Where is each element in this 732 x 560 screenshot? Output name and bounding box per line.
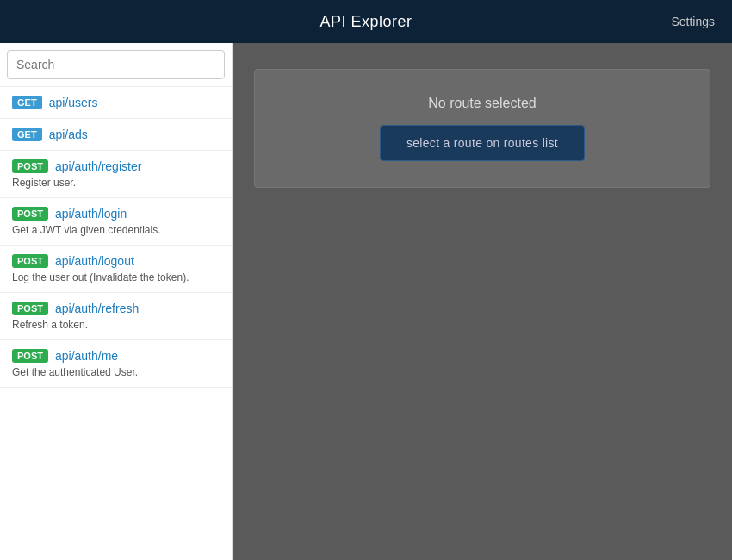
route-description: Log the user out (Invalidate the token). bbox=[12, 271, 220, 283]
route-header: GETapi/ads bbox=[12, 128, 220, 141]
method-badge: POST bbox=[12, 207, 48, 221]
method-badge: GET bbox=[12, 128, 42, 141]
route-item[interactable]: POSTapi/auth/refreshRefresh a token. bbox=[0, 293, 232, 340]
route-item[interactable]: POSTapi/auth/meGet the authenticated Use… bbox=[0, 340, 232, 388]
route-description: Register user. bbox=[12, 177, 220, 189]
sidebar: GETapi/usersGETapi/adsPOSTapi/auth/regis… bbox=[0, 43, 233, 560]
app-header: API Explorer Settings bbox=[0, 0, 732, 43]
method-badge: GET bbox=[12, 96, 42, 109]
route-header: POSTapi/auth/logout bbox=[12, 254, 220, 268]
route-path: api/auth/register bbox=[55, 159, 141, 173]
method-badge: POST bbox=[12, 302, 48, 315]
route-header: POSTapi/auth/register bbox=[12, 159, 220, 173]
settings-link[interactable]: Settings bbox=[671, 15, 715, 28]
route-item[interactable]: GETapi/users bbox=[0, 87, 232, 119]
route-description: Refresh a token. bbox=[12, 319, 220, 331]
route-item[interactable]: POSTapi/auth/logoutLog the user out (Inv… bbox=[0, 246, 232, 293]
app-title: API Explorer bbox=[319, 13, 412, 31]
route-path: api/users bbox=[49, 96, 98, 109]
route-item[interactable]: GETapi/ads bbox=[0, 119, 232, 151]
route-path: api/auth/me bbox=[55, 349, 118, 363]
method-badge: POST bbox=[12, 349, 48, 363]
route-header: POSTapi/auth/login bbox=[12, 207, 220, 221]
route-header: POSTapi/auth/refresh bbox=[12, 302, 220, 315]
content-area: No route selected select a route on rout… bbox=[233, 43, 732, 560]
route-path: api/auth/logout bbox=[55, 254, 134, 268]
route-item[interactable]: POSTapi/auth/registerRegister user. bbox=[0, 151, 232, 198]
route-path: api/auth/refresh bbox=[55, 302, 139, 315]
method-badge: POST bbox=[12, 254, 48, 268]
route-path: api/ads bbox=[49, 128, 88, 141]
route-path: api/auth/login bbox=[55, 207, 127, 221]
route-item[interactable]: POSTapi/auth/loginGet a JWT via given cr… bbox=[0, 198, 232, 246]
routes-list: GETapi/usersGETapi/adsPOSTapi/auth/regis… bbox=[0, 87, 232, 388]
route-description: Get the authenticated User. bbox=[12, 366, 220, 378]
no-route-text: No route selected bbox=[428, 96, 536, 111]
no-route-card: No route selected select a route on rout… bbox=[254, 69, 710, 188]
main-layout: GETapi/usersGETapi/adsPOSTapi/auth/regis… bbox=[0, 43, 732, 560]
search-input[interactable] bbox=[7, 50, 225, 79]
search-container bbox=[0, 43, 232, 87]
route-header: POSTapi/auth/me bbox=[12, 349, 220, 363]
route-description: Get a JWT via given credentials. bbox=[12, 224, 220, 236]
select-route-button[interactable]: select a route on routes list bbox=[380, 125, 585, 161]
method-badge: POST bbox=[12, 159, 48, 173]
route-header: GETapi/users bbox=[12, 96, 220, 109]
